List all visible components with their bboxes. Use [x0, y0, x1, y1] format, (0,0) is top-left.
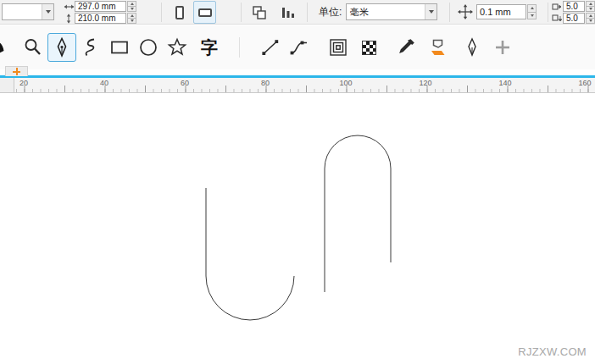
shape-edit-tool-button[interactable]: [0, 33, 17, 62]
bezier-curve-icon: [288, 36, 310, 58]
bspline-tool-button[interactable]: [76, 33, 105, 62]
shape-edit-icon: [0, 36, 14, 58]
page-width-field[interactable]: 297.0 mm: [75, 1, 126, 12]
ruler-origin-box[interactable]: [0, 78, 14, 92]
nested-squares-icon: [327, 36, 349, 58]
current-page-button[interactable]: [276, 1, 299, 24]
overlapping-pages-icon: [251, 4, 268, 21]
more-tools-button[interactable]: [488, 33, 517, 62]
units-value: 毫米: [347, 6, 425, 19]
magnifier-icon: [22, 36, 44, 58]
drawing-canvas[interactable]: RJZXW.COM: [0, 93, 595, 364]
duplicate-x-field[interactable]: 5.0: [563, 1, 585, 12]
landscape-orientation-button[interactable]: [193, 1, 216, 24]
nudge-spinner[interactable]: [527, 4, 537, 19]
page-preset-dropdown[interactable]: [2, 3, 54, 20]
page-height-icon: [63, 14, 75, 24]
all-pages-button[interactable]: [247, 1, 270, 24]
duplicate-y-field[interactable]: 5.0: [563, 13, 585, 24]
duplicate-x-spinner[interactable]: [586, 1, 595, 12]
pattern-tool-button[interactable]: [354, 33, 383, 62]
plus-icon: [492, 36, 514, 58]
page-width-spinner[interactable]: [127, 1, 136, 12]
ruler-tick-label: 100: [339, 79, 352, 87]
text-tool-button[interactable]: 字: [195, 33, 224, 62]
curve-squiggle-icon: [80, 36, 102, 58]
property-bar: 297.0 mm 210.0 mm 单位: 毫米: [0, 0, 595, 25]
horizontal-ruler[interactable]: 20 40 60 80 100 120 140 160: [0, 78, 595, 93]
graph-paper-tool-button[interactable]: [324, 33, 353, 62]
units-dropdown[interactable]: 毫米: [346, 3, 437, 20]
ruler-tick-label: 80: [261, 79, 270, 87]
toolbox: 字: [0, 25, 595, 69]
rectangle-icon: [108, 36, 131, 58]
outline-pen-nib-icon: [461, 36, 483, 58]
watermark-text: RJZXW.COM: [518, 345, 587, 358]
ruler-tick-label: 160: [578, 79, 591, 87]
zoom-tool-button[interactable]: [19, 33, 47, 62]
bezier-tool-button[interactable]: [285, 33, 314, 62]
page-bars-icon: [280, 4, 297, 21]
add-plus-icon: [13, 71, 20, 73]
nudge-offset-icon: [458, 4, 473, 19]
separator: [449, 3, 450, 22]
page-width-icon: [63, 2, 75, 12]
pen-nib-icon: [51, 36, 73, 58]
separator: [548, 3, 548, 22]
checkerboard-icon: [362, 41, 376, 55]
ruler-tick-label: 20: [19, 79, 28, 87]
ruler-tick-label: 40: [100, 79, 108, 87]
page-height-field[interactable]: 210.0 mm: [75, 13, 126, 24]
ruler-tick-label: 120: [419, 79, 431, 87]
outline-pen-tool-button[interactable]: [458, 33, 487, 62]
smart-fill-icon: [427, 36, 449, 58]
duplicate-x-icon: [551, 2, 563, 12]
star-tool-button[interactable]: [163, 33, 192, 62]
straight-line-icon: [259, 36, 281, 58]
separator: [307, 3, 308, 22]
landscape-icon: [198, 8, 212, 17]
ruler-tick-label: 140: [498, 79, 511, 87]
add-page-tab[interactable]: [5, 66, 28, 76]
duplicate-distance-group: 5.0 5.0: [551, 0, 595, 25]
ellipse-tool-button[interactable]: [134, 33, 163, 62]
portrait-icon: [175, 6, 184, 19]
duplicate-y-spinner[interactable]: [586, 13, 595, 24]
chevron-down-icon: [425, 4, 437, 19]
ruler-tick-label: 60: [181, 79, 189, 87]
pen-tool-button[interactable]: [47, 33, 76, 62]
separator: [239, 37, 240, 58]
smart-fill-tool-button[interactable]: [424, 33, 453, 62]
units-label: 单位:: [319, 0, 342, 25]
portrait-orientation-button[interactable]: [168, 1, 191, 24]
text-tool-icon: 字: [201, 39, 218, 56]
separator: [241, 3, 242, 22]
page-size-group: 297.0 mm 210.0 mm: [63, 0, 161, 25]
star-icon: [166, 36, 188, 58]
eyedropper-tool-button[interactable]: [392, 33, 420, 62]
separator: [161, 3, 162, 22]
duplicate-y-icon: [551, 14, 563, 24]
ellipse-icon: [137, 36, 159, 58]
page-height-spinner[interactable]: [127, 13, 136, 24]
chevron-down-icon: [42, 4, 53, 19]
line-tool-button[interactable]: [256, 33, 285, 62]
rectangle-tool-button[interactable]: [105, 33, 134, 62]
eyedropper-icon: [395, 36, 417, 58]
nudge-distance-field[interactable]: 0.1 mm: [476, 4, 526, 19]
